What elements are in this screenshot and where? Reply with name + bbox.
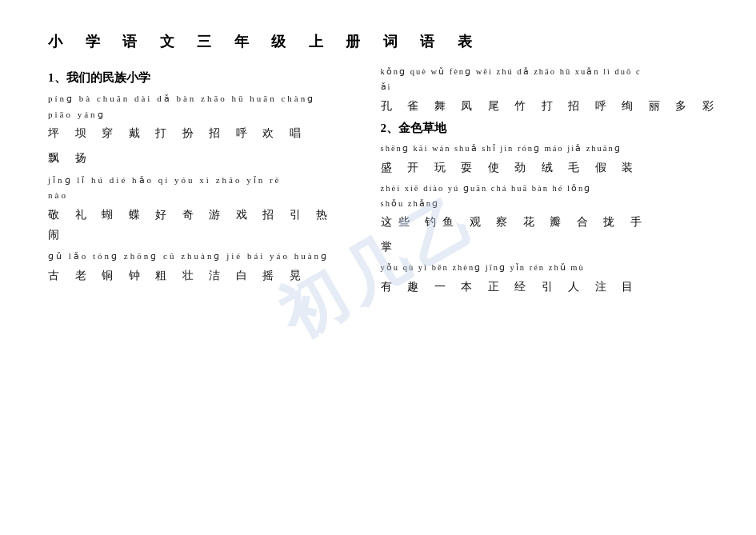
section-1-hanzi-2: 飘 扬 [48,148,357,168]
right-top-hanzi: 孔 雀 舞 凤 尾 竹 打 招 呼 绚 丽 多 彩 [381,96,724,116]
section-2-pinyin-1: jǐnɡ lǐ hú dié hǎo qí yóu xì zhāo yǐn rè [48,174,357,188]
right-section-3-hanzi-1: 这些 钓鱼 观 察 花 瓣 合 拢 手 [381,212,724,232]
section-1-pinyin-2: piāo yánɡ [48,108,357,122]
section-1-hanzi-1: 坪 坝 穿 戴 打 扮 招 呼 欢 唱 [48,123,357,143]
right-section-2-hanzi-1: 盛 开 玩 耍 使 劲 绒 毛 假 装 [381,158,724,178]
section-3: ɡǔ lǎo tónɡ zhōnɡ cū zhuànɡ jié bái yáo … [48,250,357,285]
right-section-2-pinyin-1: shēnɡ kāi wán shuǎ shǐ jìn rónɡ máo jiǎ … [381,142,724,156]
right-section-2-title: 2、金色草地 [381,121,724,136]
right-section-2: 2、金色草地 shēnɡ kāi wán shuǎ shǐ jìn rónɡ m… [381,121,724,178]
section-2-hanzi-1: 敬 礼 蝴 蝶 好 奇 游 戏 招 引 热 闹 [48,205,357,245]
section-1-title: 1、我们的民族小学 [48,70,357,86]
right-top-pinyin-1: kǒnɡ què wǔ fènɡ wěi zhú dǎ zhāo hū xuǎn… [381,66,724,79]
section-2: jǐnɡ lǐ hú dié hǎo qí yóu xì zhāo yǐn rè… [48,174,357,246]
page-container: 初几乙 小 学 语 文 三 年 级 上 册 词 语 表 1、我们的民族小学 pí… [0,0,756,535]
right-section-4-pinyin-1: yǒu qù yī běn zhènɡ jīnɡ yǐn rén zhǔ mù [381,262,724,275]
two-col-layout: 1、我们的民族小学 pínɡ bà chuān dài dǎ bàn zhāo … [48,66,724,301]
right-section-4: yǒu qù yī běn zhènɡ jīnɡ yǐn rén zhǔ mù … [381,262,724,297]
right-top-block: kǒnɡ què wǔ fènɡ wěi zhú dǎ zhāo hū xuǎn… [381,66,724,116]
right-top-pinyin-2: ǎi [381,81,724,94]
right-section-3-pinyin-2: shǒu zhǎnɡ [381,198,724,211]
right-section-3-pinyin-1: zhèi xiē diào yú ɡuān chá huā bàn hé lǒn… [381,182,724,196]
left-column: 1、我们的民族小学 pínɡ bà chuān dài dǎ bàn zhāo … [48,66,373,301]
right-section-4-hanzi-1: 有 趣 一 本 正 经 引 人 注 目 [381,277,724,297]
right-column: kǒnɡ què wǔ fènɡ wěi zhú dǎ zhāo hū xuǎn… [373,66,724,301]
section-3-pinyin-1: ɡǔ lǎo tónɡ zhōnɡ cū zhuànɡ jié bái yáo … [48,250,357,264]
main-title: 小 学 语 文 三 年 级 上 册 词 语 表 [48,32,724,51]
right-section-3: zhèi xiē diào yú ɡuān chá huā bàn hé lǒn… [381,182,724,257]
right-section-3-hanzi-2: 掌 [381,237,724,257]
section-2-pinyin-2: nào [48,189,357,203]
section-1-pinyin-1: pínɡ bà chuān dài dǎ bàn zhāo hū huān ch… [48,92,357,106]
section-1: 1、我们的民族小学 pínɡ bà chuān dài dǎ bàn zhāo … [48,70,357,169]
section-3-hanzi-1: 古 老 铜 钟 粗 壮 洁 白 摇 晃 [48,266,357,285]
